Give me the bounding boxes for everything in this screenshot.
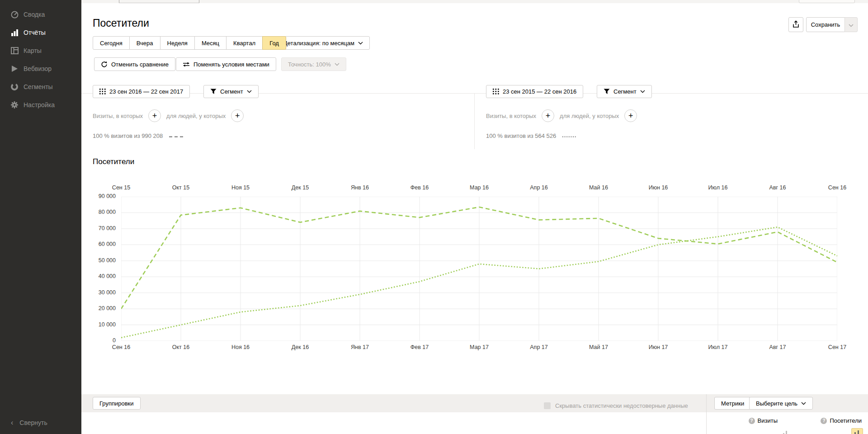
precision-label: Точность: 100% (288, 61, 331, 68)
date-range-button-a[interactable]: 23 сен 2016 — 22 сен 2017 (93, 85, 190, 98)
sort-bars-icon-partial[interactable] (782, 429, 788, 434)
export-button[interactable] (788, 17, 803, 32)
chevron-down-icon (640, 90, 645, 93)
sidebar-item-label: Вебвизор (24, 65, 52, 72)
x-axis-tick: Июн 16 (649, 184, 668, 191)
precision-dropdown[interactable]: Точность: 100% (281, 57, 346, 71)
chevron-down-icon (335, 63, 340, 66)
x-axis-tick: Янв 17 (351, 344, 369, 350)
add-people-condition-button[interactable]: + (624, 109, 637, 122)
period-week[interactable]: Неделя (160, 36, 195, 50)
play-icon (10, 64, 19, 73)
x-axis-tick: Мар 17 (470, 344, 489, 350)
section-divider (81, 93, 868, 94)
calendar-grid-icon (493, 89, 499, 94)
footer-divider (706, 394, 707, 434)
x-axis-tick: Авг 17 (769, 344, 786, 350)
x-axis-tick: Фев 16 (410, 184, 429, 191)
cancel-compare-button[interactable]: Отменить сравнение (94, 57, 175, 71)
x-axis-tick: Авг 16 (769, 184, 786, 191)
hide-unreliable-checkbox[interactable] (544, 402, 551, 409)
sidebar-collapse-button[interactable]: ‹ Свернуть (0, 416, 81, 429)
chevron-down-icon (247, 90, 252, 93)
segment-dropdown-b[interactable]: Сегмент (597, 85, 652, 98)
funnel-icon (604, 89, 610, 94)
y-axis-tick: 90 000 (84, 193, 116, 199)
swap-conditions-button[interactable]: Поменять условия местами (176, 57, 276, 71)
metrics-button[interactable]: Метрики (714, 397, 751, 410)
date-range-label: 23 сен 2016 — 22 сен 2017 (109, 88, 183, 95)
people-condition-label: для людей, у которых (166, 113, 226, 119)
save-dropdown-button[interactable] (844, 17, 858, 32)
funnel-icon (210, 89, 217, 94)
add-people-condition-button[interactable]: + (231, 109, 244, 122)
period-selector: Сегодня Вчера Неделя Месяц Квартал Год (93, 36, 286, 50)
sidebar-item-webvisor[interactable]: Вебвизор (0, 60, 81, 78)
collapse-label: Свернуть (19, 419, 47, 426)
dashed-line-legend-icon (169, 132, 185, 140)
period-year[interactable]: Год (262, 36, 286, 50)
segment-dropdown-a[interactable]: Сегмент (203, 85, 259, 98)
sidebar-item-label: Сегменты (24, 83, 53, 90)
segment-ring-icon (10, 82, 19, 91)
sidebar-item-segments[interactable]: Сегменты (0, 78, 81, 96)
visitors-line-chart (121, 197, 837, 341)
period-today[interactable]: Сегодня (93, 36, 130, 50)
swap-arrows-icon (183, 62, 190, 67)
save-button[interactable]: Сохранить (806, 17, 845, 32)
dotted-line-legend-icon (562, 132, 576, 140)
sidebar-item-summary[interactable]: Сводка (0, 5, 81, 24)
x-axis-tick: Апр 16 (530, 184, 547, 191)
column-header-visits[interactable]: ? Визиты (749, 417, 778, 424)
sidebar-item-maps[interactable]: Карты (0, 42, 81, 60)
top-cutoff-strip (81, 0, 868, 3)
column-header-visitors[interactable]: ? Посетители (821, 417, 862, 424)
y-axis-tick: 50 000 (84, 257, 116, 264)
x-axis-tick: Май 16 (589, 184, 608, 191)
add-visit-condition-button[interactable]: + (148, 109, 161, 122)
date-range-label: 23 сен 2015 — 22 сен 2016 (503, 88, 576, 95)
y-axis-tick: 20 000 (84, 305, 116, 311)
date-range-button-b[interactable]: 23 сен 2015 — 22 сен 2016 (486, 85, 583, 98)
period-month[interactable]: Месяц (195, 36, 226, 50)
cancel-compare-label: Отменить сравнение (111, 61, 169, 68)
calendar-grid-icon (99, 89, 106, 94)
x-axis-tick: Дек 16 (292, 344, 309, 350)
x-axis-tick: Апр 17 (530, 344, 547, 350)
partial-button-cutoff (799, 0, 855, 3)
choose-goal-dropdown[interactable]: Выберите цель (749, 397, 813, 410)
conditions-row-a: Визиты, в которых + для людей, у которых… (93, 109, 249, 122)
y-axis-tick: 40 000 (84, 273, 116, 279)
x-axis-tick: Окт 16 (172, 344, 189, 350)
y-axis-tick: 60 000 (84, 241, 116, 247)
column-label: Визиты (758, 417, 778, 424)
y-axis-tick: 30 000 (84, 289, 116, 296)
y-axis-tick: 70 000 (84, 225, 116, 231)
help-icon: ? (821, 418, 827, 424)
segment-label: Сегмент (220, 88, 243, 95)
export-icon (792, 20, 800, 29)
x-axis-tick: Ноя 16 (231, 344, 250, 350)
sidebar-item-settings[interactable]: Настройка (0, 96, 81, 114)
period-quarter[interactable]: Квартал (226, 36, 263, 50)
swap-conditions-label: Поменять условия местами (193, 61, 269, 68)
sample-share-b: 100 % визитов из 564 526 (486, 132, 576, 139)
x-axis-tick: Дек 15 (292, 184, 309, 191)
sidebar-item-reports[interactable]: Отчёты (0, 24, 81, 42)
sidebar: Сводка Отчёты Карты Вебвизор Сегменты (0, 0, 81, 434)
x-axis-tick: Май 17 (589, 344, 608, 350)
detail-dropdown[interactable]: Детализация: по месяцам (277, 36, 370, 50)
sidebar-item-label: Сводка (24, 11, 45, 18)
sample-share-a: 100 % визитов из 990 208 (93, 132, 185, 139)
hide-unreliable-label: Скрывать статистически недостоверные дан… (555, 402, 688, 409)
period-yesterday[interactable]: Вчера (130, 36, 160, 50)
groupings-button[interactable]: Группировки (93, 397, 141, 410)
x-axis-tick: Янв 16 (351, 184, 369, 191)
add-visit-condition-button[interactable]: + (542, 109, 554, 122)
sort-bars-icon-selected-partial[interactable] (851, 428, 863, 434)
layout-grid-icon (10, 46, 19, 55)
conditions-row-b: Визиты, в которых + для людей, у которых… (486, 109, 642, 122)
gauge-icon (10, 10, 19, 19)
x-axis-tick: Июн 17 (649, 344, 668, 350)
column-label: Посетители (830, 417, 862, 424)
